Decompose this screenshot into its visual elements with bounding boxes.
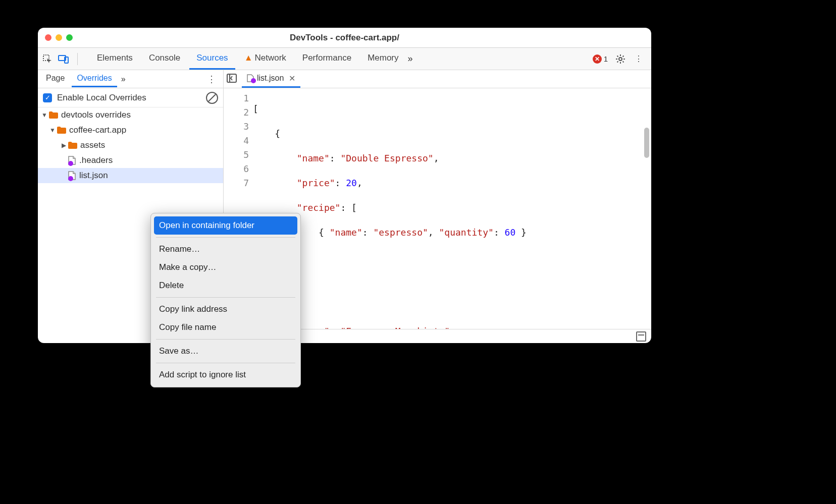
tab-page[interactable]: Page [41,71,70,87]
traffic-lights [45,34,73,41]
error-count: 1 [604,54,608,63]
code-content: [ { "name": "Double Espresso", "price": … [253,88,651,329]
context-menu: Open in containing folder Rename… Make a… [150,213,301,387]
svg-rect-4 [227,74,236,82]
separator [156,339,295,340]
tab-elements[interactable]: Elements [90,48,140,70]
tree-file-headers[interactable]: .headers [38,153,223,168]
more-options-icon[interactable]: ⋮ [633,53,644,65]
disclosure-triangle-icon: ▶ [60,142,67,149]
ctx-make-copy[interactable]: Make a copy… [154,258,297,276]
tab-network[interactable]: ▲Network [237,48,293,70]
tree-label: .headers [79,155,113,165]
enable-overrides-label: Enable Local Overrides [57,93,146,103]
ctx-delete[interactable]: Delete [154,276,297,295]
navigator-more-icon[interactable]: ⋮ [203,74,220,85]
minimize-window-button[interactable] [56,34,62,41]
ctx-open-folder[interactable]: Open in containing folder [154,216,297,235]
error-count-badge[interactable]: ✕ 1 [593,54,608,64]
tree-folder-root[interactable]: ▼ devtools overrides [38,107,223,123]
tab-overrides[interactable]: Overrides [72,71,117,87]
navigator-tabs: Page Overrides » ⋮ [38,70,223,88]
tree-file-list-json[interactable]: list.json [38,168,223,183]
error-icon: ✕ [593,54,602,64]
ctx-ignore-list[interactable]: Add script to ignore list [154,366,297,384]
toggle-navigator-icon[interactable] [227,74,238,85]
disclosure-triangle-icon: ▼ [49,127,56,134]
tab-memory[interactable]: Memory [360,48,405,70]
file-icon [247,74,254,82]
override-dot-icon [68,161,73,166]
settings-icon[interactable] [615,53,626,65]
maximize-window-button[interactable] [66,34,73,41]
tree-label: coffee-cart.app [69,125,126,135]
ctx-rename[interactable]: Rename… [154,240,297,258]
disclosure-triangle-icon: ▼ [41,111,48,119]
enable-overrides-row: ✓ Enable Local Overrides [38,88,223,107]
close-window-button[interactable] [45,34,51,41]
sources-body: Page Overrides » ⋮ ✓ Enable Local Overri… [38,70,651,343]
file-icon [68,171,76,180]
close-tab-icon[interactable]: ✕ [289,74,295,83]
filetab-list-json[interactable]: list.json ✕ [242,71,300,88]
titlebar: DevTools - coffee-cart.app/ [38,28,651,48]
drawer-toggle-icon[interactable] [636,331,646,342]
folder-icon [68,142,77,149]
more-panels-icon[interactable]: » [408,53,413,64]
device-toolbar-icon[interactable] [58,53,69,65]
override-dot-icon [251,78,256,83]
override-dot-icon [68,176,73,181]
inspect-element-icon[interactable] [42,53,53,65]
tree-label: assets [80,140,105,150]
separator [77,53,78,65]
separator [156,297,295,298]
editor-tabs: list.json ✕ [224,70,651,88]
tree-folder-domain[interactable]: ▼ coffee-cart.app [38,123,223,138]
window-title: DevTools - coffee-cart.app/ [290,33,399,43]
tree-label: list.json [79,171,108,181]
scrollbar-thumb[interactable] [644,128,649,158]
tab-sources[interactable]: Sources [189,48,235,70]
tree-label: devtools overrides [61,110,131,120]
svg-point-3 [619,58,622,61]
tab-performance[interactable]: Performance [295,48,358,70]
ctx-copy-link[interactable]: Copy link address [154,300,297,318]
ctx-copy-filename[interactable]: Copy file name [154,318,297,337]
warning-icon: ▲ [244,53,253,63]
panel-tabs: Elements Console Sources ▲Network Perfor… [90,48,413,70]
devtools-window: DevTools - coffee-cart.app/ Elements Con… [38,28,651,343]
tree-folder-assets[interactable]: ▶ assets [38,138,223,153]
more-navigator-tabs-icon[interactable]: » [121,75,126,84]
file-icon [68,156,76,165]
separator [156,363,295,363]
folder-icon [49,111,58,119]
separator [156,237,295,238]
filetab-label: list.json [257,74,284,83]
main-toolbar: Elements Console Sources ▲Network Perfor… [38,48,651,70]
folder-icon [57,127,66,134]
enable-overrides-checkbox[interactable]: ✓ [43,93,52,102]
clear-overrides-icon[interactable] [206,92,218,104]
ctx-save-as[interactable]: Save as… [154,342,297,360]
tab-console[interactable]: Console [142,48,187,70]
